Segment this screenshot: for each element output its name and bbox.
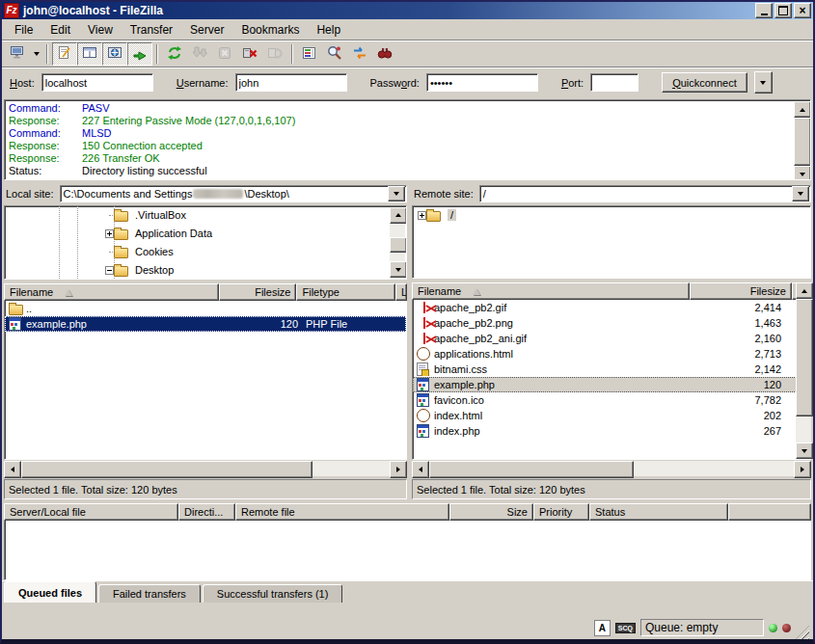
filename-cell: apache_pb2_ani.gif [413,332,691,345]
log-line: Command:PASV [9,102,806,115]
log-line-type: Command: [9,127,82,140]
scroll-right-button[interactable] [390,461,407,478]
filter-button[interactable] [297,42,322,66]
menu-file[interactable]: File [6,20,41,40]
menu-server[interactable]: Server [181,20,232,40]
remote-site-dropdown-button[interactable] [792,186,809,201]
local-site-combo[interactable]: C:\Documents and Settings\Desktop\ [60,185,407,202]
column-header-size[interactable]: Size [449,503,533,521]
file-row-[interactable]: .. [5,301,406,316]
tree-item-cookies[interactable]: Cookies [5,243,406,261]
remote-site-combo[interactable]: / [479,185,811,202]
tree-item-desktop[interactable]: Desktop [5,261,406,280]
toggle-log-button[interactable] [52,42,77,66]
speed-limit-icon[interactable]: SCQ [615,623,636,633]
tree-item-application-data[interactable]: Application Data [5,225,406,243]
file-row-apache-pb2-png[interactable]: apache_pb2.png1,463 [413,315,810,331]
synchronized-browsing-button[interactable] [347,42,372,66]
scroll-down-button[interactable] [390,261,407,278]
scrollbar-thumb[interactable] [429,461,634,478]
file-row-example-php[interactable]: example.php120PHP File1 [5,316,406,332]
tab-failed-transfers[interactable]: Failed transfers [98,584,201,603]
scroll-up-button[interactable] [796,282,813,299]
column-header-directi[interactable]: Directi... [178,503,235,521]
log-scrollbar[interactable] [794,101,809,178]
host-field[interactable] [41,73,153,92]
scroll-right-button[interactable] [794,461,811,478]
username-field[interactable] [235,73,347,92]
maximize-button[interactable] [774,3,792,18]
refresh-button[interactable] [162,42,187,66]
tree-item-virtualbox[interactable]: .VirtualBox [5,206,406,225]
modified-cell: 1 [402,318,407,330]
scroll-down-button[interactable] [794,166,811,180]
local-site-dropdown-button[interactable] [388,186,405,201]
filename-text: example.php [26,318,87,330]
scrollbar-thumb[interactable] [390,237,407,253]
file-row-bitnami-css[interactable]: bitnami.css2,142 [413,362,810,377]
tab-successful-transfers-1[interactable]: Successful transfers (1) [203,584,343,603]
tab-queued-files[interactable]: Queued files [4,581,96,603]
minimize-button[interactable] [755,3,773,18]
scroll-up-button[interactable] [390,207,407,224]
file-row-example-php[interactable]: example.php120 [413,377,810,392]
scroll-left-button[interactable] [412,461,429,478]
quickconnect-dropdown-button[interactable] [754,71,773,94]
resize-grip[interactable] [796,626,809,639]
password-field[interactable] [426,73,538,92]
file-row-apache-pb2-gif[interactable]: apache_pb2.gif2,414 [413,300,810,315]
column-header-filename[interactable]: Filename [4,283,219,301]
menu-bookmarks[interactable]: Bookmarks [232,20,308,40]
file-row-index-php[interactable]: index.php267 [413,423,810,439]
file-row-applications-html[interactable]: applications.html2,713 [413,346,810,362]
column-header-server-local-file[interactable]: Server/Local file [4,503,178,521]
column-header-status[interactable]: Status [589,503,728,521]
scrollbar-thumb[interactable] [21,461,312,478]
file-row-apache-pb2-ani-gif[interactable]: apache_pb2_ani.gif2,160 [413,331,810,346]
toggle-queue-button[interactable] [127,42,152,66]
expander-minus-icon[interactable] [105,266,114,275]
menu-edit[interactable]: Edit [41,20,79,40]
remote-vscrollbar[interactable] [796,282,811,459]
disconnect-button[interactable] [237,42,262,66]
host-label: Host: [10,77,35,89]
app-icon[interactable]: Fz [4,3,19,18]
menu-view[interactable]: View [79,20,122,40]
scroll-down-button[interactable] [796,443,813,459]
site-manager-dropdown-button[interactable] [30,43,42,65]
find-files-button[interactable] [372,42,397,66]
menu-help[interactable]: Help [308,20,349,40]
scrollbar-thumb[interactable] [794,118,811,166]
toggle-remote-tree-button[interactable] [102,42,127,66]
column-header-filesize[interactable]: Filesize [219,283,297,301]
scroll-up-button[interactable] [794,101,811,118]
menu-transfer[interactable]: Transfer [122,20,181,40]
close-button[interactable]: × [794,3,811,18]
transfer-type-icon[interactable]: A [594,620,611,636]
column-header-blank[interactable] [728,503,811,521]
column-header-filetype[interactable]: Filetype [296,283,395,301]
tree-item-root[interactable]: / [413,206,810,225]
local-tree-scrollbar[interactable] [390,207,405,278]
scrollbar-thumb[interactable] [796,299,813,416]
expander-plus-icon[interactable] [105,229,114,238]
column-header-filename[interactable]: Filename [412,282,690,300]
directory-comparison-button[interactable] [322,42,347,66]
column-header-priority[interactable]: Priority [533,503,589,521]
column-header-filesize[interactable]: Filesize [690,282,792,300]
toggle-local-tree-button[interactable] [77,42,102,66]
column-header-l[interactable]: L [395,283,407,301]
scroll-left-button[interactable] [4,461,21,478]
quickconnect-button[interactable]: Quickconnect [662,72,747,93]
remote-hscrollbar[interactable] [412,461,811,476]
file-row-index-html[interactable]: index.html202 [413,408,810,423]
site-manager-button[interactable] [5,42,30,66]
toggle-queue-icon [132,45,148,63]
log-line-type: Response: [9,140,82,152]
column-header-remote-file[interactable]: Remote file [235,503,449,521]
port-field[interactable] [590,73,638,92]
expander-plus-icon[interactable] [418,211,426,220]
file-row-favicon-ico[interactable]: favicon.ico7,782 [413,392,810,408]
log-line: Status:Directory listing successful [9,165,806,177]
local-hscrollbar[interactable] [4,461,407,476]
